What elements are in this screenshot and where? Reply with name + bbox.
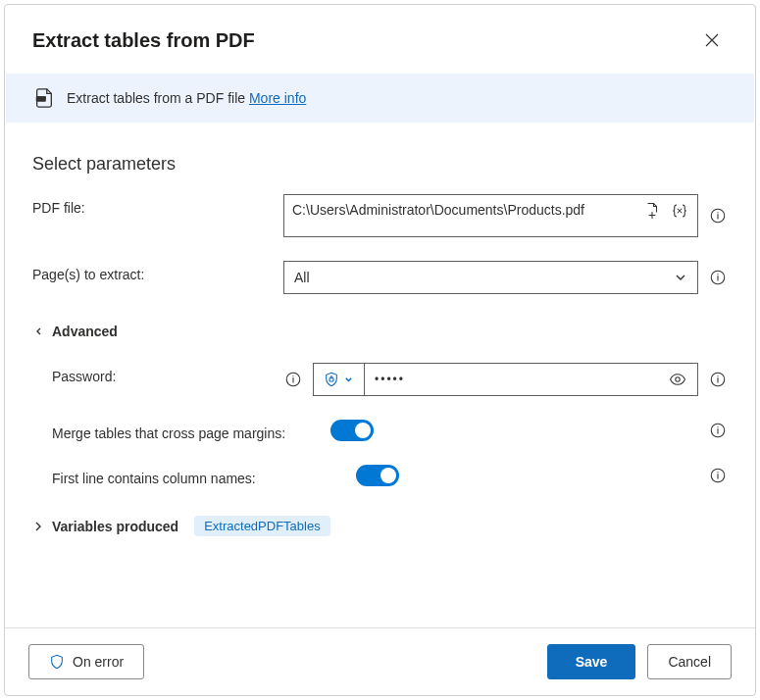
password-info-left[interactable] xyxy=(283,370,303,389)
advanced-expander[interactable]: Advanced xyxy=(32,318,728,345)
pdf-file-info[interactable] xyxy=(708,206,728,225)
svg-point-6 xyxy=(676,377,681,382)
file-select-icon xyxy=(643,202,661,220)
banner-text: Extract tables from a PDF file xyxy=(67,90,245,106)
info-icon xyxy=(709,422,727,439)
advanced-label: Advanced xyxy=(52,324,118,339)
pages-value: All xyxy=(294,270,674,285)
pages-info[interactable] xyxy=(708,268,728,287)
on-error-label: On error xyxy=(73,654,124,670)
pages-label: Page(s) to extract: xyxy=(32,261,283,282)
firstline-info[interactable] xyxy=(708,466,728,485)
firstline-toggle[interactable] xyxy=(356,465,399,486)
merge-label: Merge tables that cross page margins: xyxy=(52,420,330,441)
shield-outline-icon xyxy=(49,654,65,670)
variables-label: Variables produced xyxy=(52,519,178,534)
reveal-password-button[interactable] xyxy=(668,370,687,389)
password-info-right[interactable] xyxy=(708,370,728,389)
password-value: ••••• xyxy=(375,373,660,386)
file-picker-button[interactable] xyxy=(642,201,662,221)
chevron-down-icon xyxy=(32,325,44,337)
pdf-file-input[interactable]: C:\Users\Administrator\Documents\Product… xyxy=(283,194,698,237)
info-icon xyxy=(709,207,727,225)
dialog-title: Extract tables from PDF xyxy=(32,29,255,52)
info-icon xyxy=(709,269,727,286)
pdf-icon: PDF xyxy=(33,87,55,109)
pages-select[interactable]: All xyxy=(283,261,698,294)
more-info-link[interactable]: More info xyxy=(249,90,306,106)
shield-icon xyxy=(324,372,339,387)
on-error-button[interactable]: On error xyxy=(28,644,144,679)
info-banner: PDF Extract tables from a PDF file More … xyxy=(6,74,754,123)
variable-icon xyxy=(671,202,688,220)
info-icon xyxy=(284,371,302,388)
password-label: Password: xyxy=(52,363,283,384)
variables-expander[interactable]: Variables produced ExtractedPDFTables xyxy=(32,510,728,542)
merge-info[interactable] xyxy=(708,421,728,440)
eye-icon xyxy=(669,371,686,388)
pdf-file-value: C:\Users\Administrator\Documents\Product… xyxy=(292,201,642,220)
section-title: Select parameters xyxy=(32,154,728,175)
password-mode-select[interactable] xyxy=(313,363,364,396)
close-icon xyxy=(705,33,719,47)
svg-text:PDF: PDF xyxy=(37,96,46,101)
password-input[interactable]: ••••• xyxy=(364,363,698,396)
info-icon xyxy=(709,371,727,388)
chevron-down-icon xyxy=(343,375,354,385)
chevron-down-icon xyxy=(674,271,687,284)
variable-pill[interactable]: ExtractedPDFTables xyxy=(194,516,330,536)
svg-rect-5 xyxy=(329,378,333,381)
firstline-label: First line contains column names: xyxy=(52,465,356,486)
chevron-right-icon xyxy=(32,521,44,532)
close-button[interactable] xyxy=(696,25,728,56)
info-icon xyxy=(709,467,727,484)
pdf-file-label: PDF file: xyxy=(32,194,283,216)
variable-picker-button[interactable] xyxy=(670,201,689,221)
cancel-button[interactable]: Cancel xyxy=(647,644,732,679)
merge-toggle[interactable] xyxy=(330,420,374,441)
save-button[interactable]: Save xyxy=(547,644,636,679)
